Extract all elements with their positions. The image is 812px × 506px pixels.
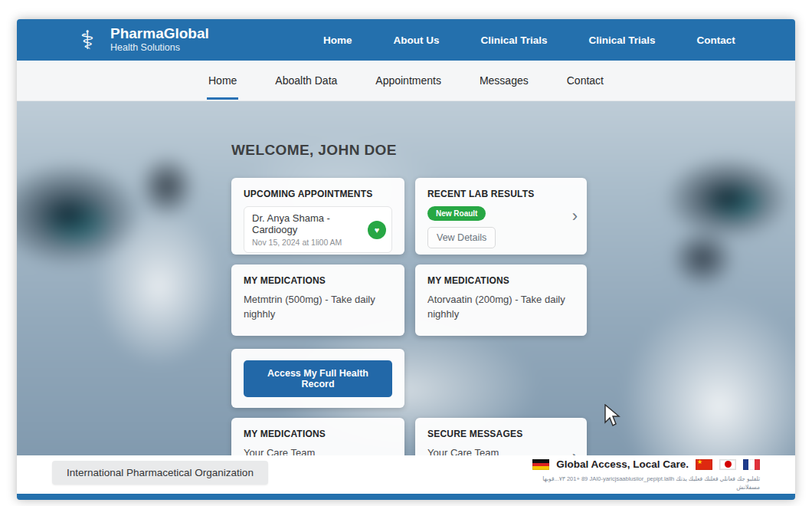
brand-tagline: Health Solutions — [110, 42, 209, 54]
health-record-card: Access My Full Health Record — [231, 349, 404, 408]
medication-text: Atorvaatin (200mg) - Take daily nighhly — [427, 293, 575, 322]
welcome-heading: WELCOME, JOHN DOE — [231, 142, 397, 159]
card-title: MY MEDICATIONS — [244, 275, 392, 286]
upcoming-appointments-card: UPCOMING APPOINTMENTS Dr. Anya Shama - C… — [231, 178, 404, 255]
top-nav-clinical-trials-1[interactable]: Clinical Trials — [481, 34, 548, 46]
tab-contact[interactable]: Contact — [565, 62, 605, 100]
appointment-doctor: Dr. Anya Shama - Cardioogy — [252, 212, 365, 235]
my-medications-card-2: MY MEDICATIONS Atorvaatin (200mg) - Take… — [415, 264, 587, 336]
bottom-accent-bar — [17, 494, 795, 500]
heart-check-icon: ♥ — [368, 221, 386, 239]
access-health-record-button[interactable]: Access My Full Health Record — [244, 360, 392, 397]
top-navbar: ⚕ PharmaGlobal Health Solutions Home Abo… — [17, 19, 795, 61]
footer-fine-print: ثلقليو جك فعاتلي فغلتك فعليك يدتك JAI0-y… — [530, 475, 760, 491]
card-title: RECENT LAB RESULTS — [427, 189, 575, 199]
france-flag-icon — [743, 459, 760, 470]
chevron-right-icon[interactable]: › — [572, 208, 578, 225]
tab-home[interactable]: Home — [207, 62, 238, 100]
brand-name: PharmaGlobal — [110, 26, 209, 42]
china-flag-icon — [696, 459, 712, 470]
top-nav-home[interactable]: Home — [323, 34, 352, 46]
germany-flag-icon — [532, 459, 549, 470]
card-title: UPCOMING APPOINTMENTS — [244, 189, 392, 199]
lab-background-image — [17, 101, 795, 455]
footer-slogan: Global Access, Local Care. — [556, 458, 689, 470]
top-nav-contact[interactable]: Contact — [697, 34, 735, 46]
brand-logo[interactable]: ⚕ PharmaGlobal Health Solutions — [72, 25, 209, 55]
top-nav-clinical-trials-2[interactable]: Clinical Trials — [589, 34, 656, 46]
japan-flag-icon — [719, 459, 736, 470]
recent-lab-results-card: RECENT LAB RESULTS New Roault Vew Detail… — [415, 178, 587, 255]
appointment-item[interactable]: Dr. Anya Shama - Cardioogy Nov 15, 2024 … — [244, 206, 392, 253]
organization-label[interactable]: International Pharmacetical Organization — [52, 461, 268, 485]
view-details-button[interactable]: Vew Details — [427, 227, 496, 248]
tab-appointments[interactable]: Appointments — [374, 62, 443, 100]
card-title: SECURE MESSAGES — [427, 429, 575, 439]
my-medications-card-1: MY MEDICATIONS Metmtrin (500mg) - Take d… — [231, 264, 404, 336]
footer-bar: International Pharmacetical Organization… — [17, 455, 795, 494]
top-nav-about-us[interactable]: About Us — [394, 34, 440, 46]
appointment-datetime: Nov 15, 2024 at 1li00 AM — [252, 238, 365, 247]
card-title: MY MEDICATIONS — [244, 429, 392, 439]
card-title: MY MEDICATIONS — [427, 275, 575, 286]
new-result-badge: New Roault — [427, 206, 486, 221]
caduceus-icon: ⚕ — [72, 25, 103, 55]
app-window: ⚕ PharmaGlobal Health Solutions Home Abo… — [17, 19, 795, 500]
medication-text: Metmtrin (500mg) - Take daily nighhly — [244, 293, 392, 322]
tab-messages[interactable]: Messages — [478, 62, 530, 100]
slogan-row: Global Access, Local Care. — [532, 458, 760, 470]
secondary-navbar: Home Aboalth Data Appointments Messages … — [17, 61, 795, 101]
tab-aboalth-data[interactable]: Aboalth Data — [273, 62, 339, 100]
hero-section — [17, 101, 795, 455]
top-nav-links: Home About Us Clinical Trials Clinical T… — [323, 19, 735, 61]
